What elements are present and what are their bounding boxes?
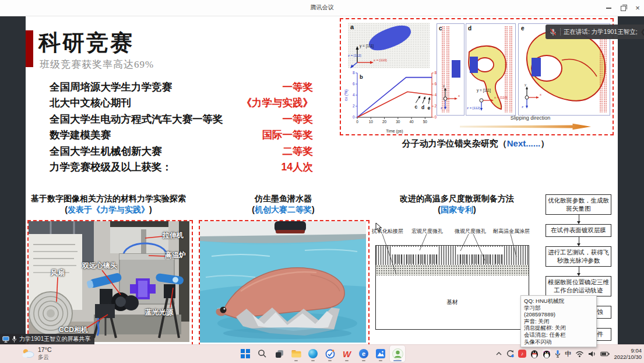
- svg-text:y = [111]: y = [111]: [477, 88, 491, 93]
- todo-app-button[interactable]: [322, 345, 337, 362]
- ime-indicator[interactable]: 中: [565, 350, 572, 358]
- tooltip-line: 消息提醒框: 关闭: [524, 324, 593, 331]
- qq-2-icon[interactable]: [543, 349, 551, 358]
- paren: ): [473, 205, 476, 214]
- tooltip-line: 学习部: [524, 305, 593, 312]
- start-button[interactable]: [238, 345, 253, 362]
- panel-letter: a: [350, 23, 354, 30]
- mouse-cursor: [375, 222, 382, 232]
- section3-heading: 改进的高温多尺度散斑制备方法 (国家专利): [372, 193, 542, 215]
- svg-text:x: x: [540, 93, 541, 96]
- speckle-diagram: 抗氧化粘接层 宏观尺度微孔 微观尺度微孔 耐高温金属涂层 基材: [369, 223, 542, 343]
- svg-text:0: 0: [356, 120, 358, 124]
- svg-text:c: c: [414, 104, 417, 110]
- search-button[interactable]: [255, 345, 270, 362]
- weather-condition: 多云: [38, 354, 51, 360]
- collapse-chevrons-icon[interactable]: ❮❮: [641, 28, 644, 36]
- title-accent-bar: [26, 30, 33, 67]
- award-result: 一等奖: [283, 80, 314, 94]
- left-letterbox: [0, 16, 26, 344]
- gallery-app-button[interactable]: [373, 345, 388, 362]
- photo-label-fan: 风扇: [51, 268, 65, 278]
- running-indicator: [328, 360, 332, 362]
- wps-icon: W: [343, 349, 351, 359]
- svg-text:z: z: [522, 105, 523, 109]
- restore-button[interactable]: [620, 5, 627, 12]
- figure-caption: 分子动力学位错夹杂研究（Next......）: [340, 138, 611, 149]
- sync-icon[interactable]: [506, 350, 514, 358]
- award-name: 全国大学生电动方程式汽车大赛一等奖: [50, 112, 223, 126]
- screen-share-indicator[interactable]: 力学1901王智立的屏幕共享: [0, 334, 94, 344]
- weather-cloud-icon: [21, 348, 35, 358]
- hidden-icons-chevron[interactable]: [496, 351, 502, 356]
- svg-text:8: 8: [353, 71, 355, 75]
- paren: ): [312, 205, 315, 214]
- page-title: 科研竞赛: [38, 28, 134, 58]
- battery-icon[interactable]: [600, 351, 610, 357]
- svg-text:z = [112]: z = [112]: [467, 106, 480, 110]
- caption-next: Next......: [507, 138, 541, 148]
- flow-arrow-down: [546, 215, 611, 224]
- now-speaking-overlay[interactable]: 正在讲话: 力学1901王智立; ❮❮ ↰: [546, 25, 644, 39]
- svg-text:y: y: [525, 83, 526, 86]
- screen-share-icon: [2, 336, 9, 343]
- photo-label-tensile: 拉伸机: [163, 231, 184, 240]
- award-name: 全国周培源大学生力学竞赛: [50, 80, 172, 94]
- svg-text:0: 0: [353, 115, 355, 119]
- svg-text:x = [110]: x = [110]: [374, 58, 387, 62]
- page-subtitle: 班级竞赛获奖率高达69%: [40, 58, 154, 71]
- tencent-meeting-button[interactable]: [390, 345, 405, 362]
- task-view-button[interactable]: [272, 345, 287, 362]
- flow-arrow-down: [546, 267, 611, 276]
- crystal-axes-a: y = [111] z = [112] x = [110]: [348, 40, 400, 68]
- edge-button[interactable]: [305, 345, 321, 362]
- caption-close: ）: [540, 138, 549, 148]
- award-result: 14人次: [281, 160, 313, 174]
- clock-date: 2022/10/30: [614, 354, 642, 360]
- svg-text:d: d: [468, 25, 471, 32]
- file-explorer-button[interactable]: [288, 345, 304, 362]
- now-speaking-text: 正在讲话: 力学1901王智立;: [564, 28, 638, 36]
- award-row: 力学竞赛校级及以上获奖：14人次: [50, 160, 313, 176]
- svg-text:c: c: [439, 25, 442, 32]
- e-app-icon: e: [359, 349, 368, 358]
- screen: 腾讯会议 × 科研竞赛 班级竞赛获奖率高达69% 全国周培源大学生力学竞赛一等奖…: [0, 0, 644, 363]
- award-name: 全国大学生机械创新大赛: [50, 144, 162, 158]
- award-row: 数学建模美赛国际一等奖: [50, 128, 313, 144]
- music-app-icon[interactable]: ♪: [518, 350, 526, 358]
- award-result: 国际一等奖: [262, 128, 314, 142]
- svg-text:z = [112]: z = [112]: [348, 54, 361, 57]
- wps-button[interactable]: W: [339, 345, 354, 362]
- edge-icon: [308, 349, 318, 358]
- cuttlefish-photo-scene: [200, 221, 366, 343]
- photo-label-blue-light: 蓝光光源: [145, 308, 173, 317]
- award-row: 北大中文核心期刊《力学与实践》: [50, 96, 313, 111]
- tray-microphone-icon[interactable]: [555, 350, 561, 358]
- svg-text:Time (ps): Time (ps): [386, 129, 403, 134]
- minimize-button[interactable]: [605, 5, 612, 12]
- section1-sub: 发表于《力学与实践》: [68, 205, 149, 214]
- flow-step: 进行工艺测试，获得飞秒激光脉冲参数: [546, 246, 611, 267]
- wifi-icon[interactable]: [575, 351, 584, 357]
- slipping-direction-label: Slipping direction: [481, 115, 580, 121]
- qq-icon[interactable]: [530, 349, 539, 358]
- window-title: 腾讯会议: [0, 4, 644, 12]
- volume-icon[interactable]: [588, 351, 596, 357]
- section1-title: 基于数字图像相关方法的材料力学实验探索: [17, 193, 199, 204]
- paren: ): [149, 205, 152, 214]
- taskbar-app-icons: W e: [238, 345, 405, 362]
- weather-widget[interactable]: 17°C 多云: [21, 346, 51, 360]
- running-indicator: [294, 360, 298, 362]
- taskbar-clock[interactable]: 9:04 2022/10/30: [614, 347, 642, 361]
- e-app-button[interactable]: e: [356, 345, 371, 362]
- check-circle-icon: [325, 349, 335, 359]
- svg-text:εx (%): εx (%): [344, 89, 349, 100]
- system-tray: ♪ 中 9:04 2022/10/30: [496, 345, 642, 362]
- running-indicator: [311, 360, 315, 362]
- close-button[interactable]: ×: [634, 5, 641, 12]
- svg-text:20: 20: [382, 120, 387, 124]
- right-letterbox: [618, 16, 644, 344]
- award-name: 数学建模美赛: [50, 128, 111, 142]
- award-name: 力学竞赛校级及以上获奖：: [50, 160, 172, 174]
- award-row: 全国周培源大学生力学竞赛一等奖: [50, 80, 313, 96]
